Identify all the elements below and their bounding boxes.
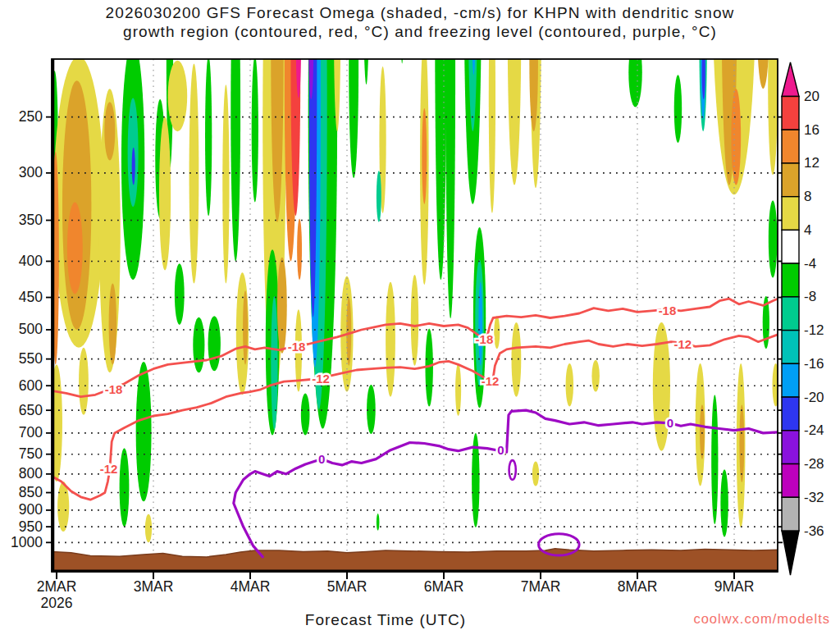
omega-shading-streak <box>700 404 705 459</box>
omega-shading-streak <box>628 38 642 107</box>
colorbar-label: -28 <box>804 456 824 472</box>
colorbar-top-arrow <box>782 62 799 97</box>
omega-shading-streak <box>159 117 171 271</box>
contour-label: -18 <box>476 332 494 346</box>
omega-shading-streak <box>512 322 522 397</box>
colorbar-label: 8 <box>804 189 811 204</box>
omega-shading-streak <box>422 108 427 204</box>
contour-label: -12 <box>312 372 330 386</box>
omega-shading-streak <box>79 348 89 415</box>
omega-shading-streak <box>205 56 212 216</box>
omega-shading-streak <box>168 61 188 131</box>
y-tick-label: 400 <box>19 253 43 269</box>
forecast-chart-page: 2026030200 GFS Forecast Omega (shaded, -… <box>0 0 840 630</box>
x-tick-label: 5MAR <box>327 578 368 595</box>
cross-section-plot: -18-18-18-18-12-12-12-120002503003504004… <box>0 0 840 630</box>
contour-label: -18 <box>659 304 677 317</box>
colorbar-segment <box>782 197 799 231</box>
omega-shading-streak <box>769 200 778 277</box>
x-tick-label: 7MAR <box>521 578 561 595</box>
omega-shading-streak <box>697 0 703 2</box>
colorbar-label: -8 <box>804 289 816 304</box>
colorbar-segment <box>782 230 799 263</box>
x-axis-year: 2026 <box>41 595 73 611</box>
omega-shading-streak <box>478 282 482 366</box>
omega-shading-streak <box>455 363 461 416</box>
colorbar-bottom-arrow <box>782 531 799 575</box>
colorbar-segment <box>782 431 799 464</box>
omega-shading-streak <box>674 75 682 143</box>
omega-shading-streak <box>349 0 358 178</box>
contour-label: 0 <box>667 416 673 430</box>
y-tick-label: 550 <box>19 350 43 367</box>
omega-shading-streak <box>489 0 495 213</box>
colorbar-segment <box>782 464 799 498</box>
y-tick-label: 700 <box>19 424 43 441</box>
y-tick-label: 650 <box>19 402 43 418</box>
omega-shading-streak <box>768 0 778 175</box>
omega-shading-streak <box>367 385 376 434</box>
omega-shading-streak <box>271 296 277 430</box>
omega-shading-streak <box>566 363 573 406</box>
omega-shading-streak <box>132 148 135 185</box>
watermark-link: coolwx.com/modelts <box>693 611 830 627</box>
omega-shading-streak <box>386 282 395 397</box>
contour-label: -18 <box>288 340 306 354</box>
colorbar-segment <box>782 97 799 130</box>
contour-freezing-level-0-closed <box>509 460 516 480</box>
omega-shading-streak <box>377 514 380 531</box>
y-tick-label: 250 <box>19 108 43 125</box>
colorbar-label: 12 <box>804 155 819 171</box>
omega-shading-streak <box>297 218 302 280</box>
omega-shading-streak <box>529 0 538 131</box>
colorbar-label: -24 <box>804 422 824 438</box>
colorbar-label: -12 <box>804 322 824 338</box>
y-tick-label: 450 <box>19 289 43 305</box>
omega-shading-streak <box>109 284 116 365</box>
omega-shading-streak <box>301 393 310 435</box>
omega-shading-streak <box>445 0 455 318</box>
x-tick-label: 2MAR <box>37 578 77 595</box>
omega-shading-streak <box>243 290 248 364</box>
colorbar-segment <box>782 331 799 364</box>
omega-shading-streak <box>175 263 185 325</box>
omega-shading-streak <box>739 404 744 482</box>
omega-shading-streak <box>435 0 446 280</box>
y-tick-label: 300 <box>19 164 43 180</box>
x-tick-label: 3MAR <box>134 578 174 595</box>
omega-shading-streak <box>399 0 404 63</box>
colorbar-label: -16 <box>804 356 824 372</box>
y-tick-label: 900 <box>19 501 43 518</box>
omega-shading-streak <box>508 0 522 185</box>
colorbar-segment <box>782 297 799 331</box>
colorbar-label: 16 <box>804 122 819 138</box>
plot-area: -18-18-18-18-12-12-12-12000 <box>51 0 779 575</box>
omega-shading-streak <box>591 360 599 392</box>
contour-label: -18 <box>105 382 123 396</box>
y-tick-label: 950 <box>19 518 43 535</box>
colorbar-label: -20 <box>804 390 824 405</box>
omega-shading-streak <box>252 56 258 202</box>
colorbar-segment <box>782 497 799 531</box>
contour-label: 0 <box>318 452 325 466</box>
colorbar-segment <box>782 163 799 197</box>
contour-label: -12 <box>482 374 500 388</box>
x-tick-label: 4MAR <box>231 578 271 595</box>
x-axis-title: Forecast Time (UTC) <box>0 611 771 629</box>
y-tick-label: 850 <box>19 484 43 500</box>
y-tick-label: 1000 <box>11 534 43 550</box>
omega-shading-streak <box>120 448 130 527</box>
x-tick-label: 9MAR <box>714 578 755 595</box>
omega-shading-streak <box>145 514 152 542</box>
colorbar-label: -32 <box>804 490 824 505</box>
x-tick-label: 6MAR <box>424 578 464 595</box>
omega-shading-streak <box>702 43 705 99</box>
y-tick-label: 500 <box>19 321 43 337</box>
y-tick-label: 750 <box>19 445 43 462</box>
omega-shading-streak <box>377 171 381 221</box>
omega-shading-streak <box>193 317 204 373</box>
colorbar-segment <box>782 397 799 431</box>
omega-shading-streak <box>411 275 418 366</box>
omega-shading-streak <box>208 316 221 371</box>
y-tick-label: 800 <box>19 465 43 482</box>
